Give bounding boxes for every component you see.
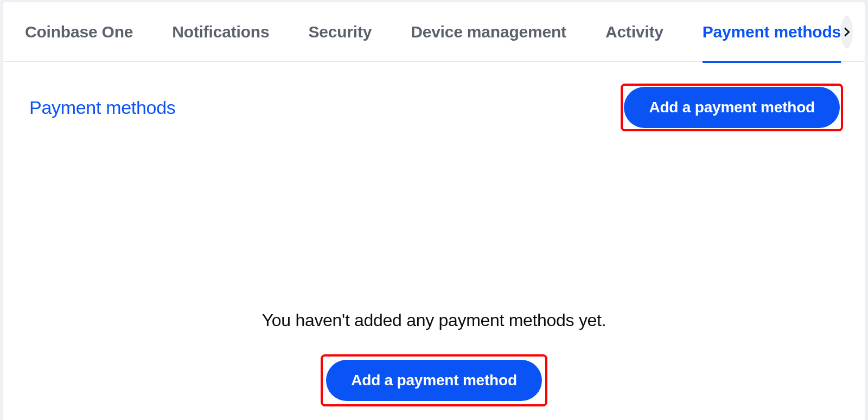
tab-payment-methods[interactable]: Payment methods (703, 1, 841, 63)
highlight-annotation-top: Add a payment method (621, 84, 843, 131)
tab-notifications[interactable]: Notifications (172, 1, 269, 63)
tabs-list: Coinbase One Notifications Security Devi… (25, 1, 841, 63)
tabs-scroll-right-button[interactable] (841, 16, 853, 48)
section-title: Payment methods (29, 97, 176, 118)
tab-coinbase-one[interactable]: Coinbase One (25, 1, 133, 63)
page-container: Coinbase One Notifications Security Devi… (3, 2, 865, 420)
tab-security[interactable]: Security (308, 1, 372, 63)
tab-device-management[interactable]: Device management (411, 1, 566, 63)
tabs-bar: Coinbase One Notifications Security Devi… (3, 2, 865, 62)
add-payment-method-button-center[interactable]: Add a payment method (326, 360, 542, 401)
empty-state: You haven't added any payment methods ye… (3, 310, 865, 406)
highlight-annotation-center: Add a payment method (321, 354, 547, 406)
chevron-right-icon (841, 26, 853, 38)
section-header: Payment methods Add a payment method (3, 62, 865, 131)
tab-activity[interactable]: Activity (605, 1, 663, 63)
empty-state-message: You haven't added any payment methods ye… (262, 310, 607, 330)
add-payment-method-button-top[interactable]: Add a payment method (624, 87, 840, 128)
